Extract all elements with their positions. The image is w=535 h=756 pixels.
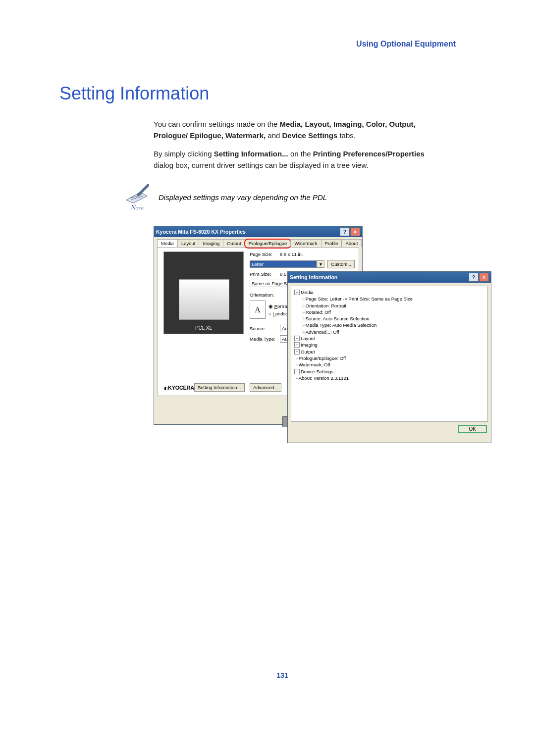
printer-preview: PCL XL — [163, 252, 244, 334]
print-size-label: Print Size: — [250, 271, 277, 277]
text: tabs. — [339, 131, 356, 140]
tab-media[interactable]: Media — [157, 239, 178, 247]
tree-leaf: About: Version 2.3.1121 — [299, 375, 349, 381]
page-size-label: Page Size: — [250, 252, 277, 257]
svg-marker-0 — [126, 192, 147, 203]
tree-view: −Media ├Page Size: Letter -> Print Size:… — [291, 286, 488, 422]
ok-button[interactable]: OK — [458, 425, 487, 433]
note-icon — [126, 183, 149, 203]
tree-leaf: Source: Auto Source Selection — [306, 315, 370, 322]
expand-icon[interactable]: + — [294, 342, 300, 348]
advanced-button[interactable]: Advanced... — [250, 383, 281, 392]
orientation-preview: A — [250, 301, 266, 319]
bold: Device Settings — [282, 131, 338, 140]
page-size-dim: 8.5 x 11 in. — [280, 252, 307, 257]
tab-output[interactable]: Output — [223, 239, 245, 247]
tab-layout[interactable]: Layout — [177, 239, 200, 247]
paragraph-2: By simply clicking Setting Information..… — [154, 149, 446, 171]
media-type-label: Media Type: — [250, 336, 277, 342]
close-icon[interactable]: × — [350, 227, 360, 236]
tree-node-media[interactable]: Media — [301, 289, 314, 296]
pcl-label: PCL XL — [164, 325, 243, 331]
setting-information-button[interactable]: Setting Information... — [194, 383, 245, 392]
bold: Setting Information... — [214, 150, 288, 158]
custom-button[interactable]: Custom... — [327, 260, 355, 268]
setting-information-dialog: Setting Information ? × −Media ├Page Siz… — [287, 271, 491, 443]
expand-icon[interactable]: + — [294, 336, 300, 341]
page-title: Setting Information — [59, 83, 476, 104]
text: on the — [290, 150, 313, 158]
text: By simply clicking — [154, 150, 214, 158]
tree-leaf: Orientation: Portrait — [306, 302, 346, 309]
page-number: 131 — [89, 671, 476, 679]
brand-logo: ◐KYOCERA — [164, 385, 194, 391]
tab-imaging[interactable]: Imaging — [199, 239, 223, 247]
page-size-dropdown[interactable]: Letter — [250, 260, 317, 268]
bold: Printing Preferences/Properties — [313, 150, 425, 158]
tab-watermark[interactable]: Watermark — [290, 239, 321, 247]
tab-prologue[interactable]: Prologue/Epilogue — [245, 239, 291, 247]
expand-icon[interactable]: + — [294, 349, 300, 354]
text: dialog box, current driver settings can … — [154, 161, 369, 169]
tab-about[interactable]: About — [341, 239, 362, 247]
expand-icon[interactable]: + — [294, 369, 300, 374]
tree-leaf: Advanced...: Off — [306, 329, 339, 335]
note-text: Displayed settings may vary depending on… — [159, 193, 327, 202]
text: and — [268, 131, 282, 140]
note-label: Note — [131, 204, 144, 211]
tree-node-device[interactable]: Device Settings — [301, 368, 333, 375]
dialog-title: Setting Information — [290, 274, 337, 280]
dropdown-arrow-icon[interactable]: ▾ — [317, 260, 324, 268]
tree-node-layout[interactable]: Layout — [301, 335, 315, 342]
paragraph-1: You can confirm settings made on the Med… — [154, 119, 446, 141]
help-icon[interactable]: ? — [340, 227, 350, 236]
dialog-title: Kyocera Mita FS-6020 KX Properties — [156, 229, 246, 235]
tree-leaf: Media Type: Auto Media Selection — [306, 322, 376, 328]
tree-leaf: Rotated: Off — [306, 309, 331, 315]
text: You can confirm settings made on the — [154, 120, 280, 128]
tree-leaf: Watermark: Off — [299, 361, 330, 368]
close-icon[interactable]: × — [479, 273, 489, 282]
source-label: Source: — [250, 326, 277, 331]
tab-profile[interactable]: Profile — [321, 239, 342, 247]
tree-leaf: Page Size: Letter -> Print Size: Same as… — [306, 296, 413, 302]
tree-node-output[interactable]: Output — [301, 349, 315, 355]
tree-node-imaging[interactable]: Imaging — [301, 342, 318, 348]
section-header: Using Optional Equipment — [89, 40, 456, 49]
help-icon[interactable]: ? — [469, 273, 479, 282]
tree-leaf: Prologue/Epilogue: Off — [299, 355, 346, 361]
collapse-icon[interactable]: − — [294, 290, 300, 295]
